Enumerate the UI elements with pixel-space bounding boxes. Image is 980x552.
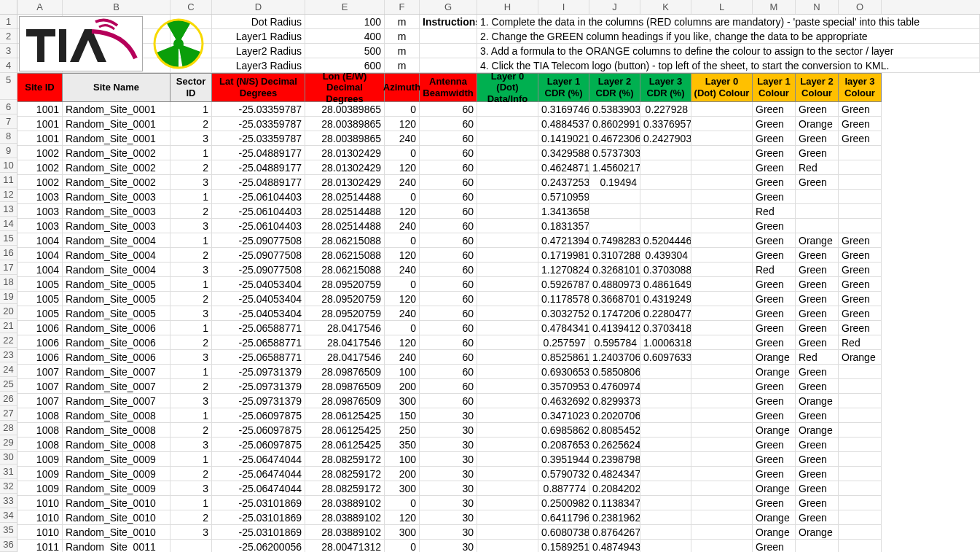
cell-1-6[interactable]: 60 [420, 117, 477, 131]
row-head-2[interactable]: 2 [0, 29, 17, 44]
cell-4-1[interactable]: Random_Site_0002 [63, 160, 170, 175]
cell-8-8[interactable]: 0.1831357 [538, 219, 589, 233]
cell-26-4[interactable]: 28.08259172 [305, 481, 385, 496]
cell-5-14[interactable] [839, 175, 882, 190]
cell-29-10[interactable] [640, 525, 691, 540]
cell-15-13[interactable]: Green [796, 321, 839, 335]
cell-5-12[interactable]: Green [753, 175, 796, 190]
cell-10-5[interactable]: 120 [385, 248, 420, 263]
cell-23-11[interactable] [691, 438, 753, 452]
cell-10-14[interactable]: Green [839, 248, 882, 263]
col-head-L[interactable]: L [691, 0, 753, 14]
row-head-15[interactable]: 15 [0, 231, 17, 246]
cell-15-1[interactable]: Random_Site_0006 [63, 321, 170, 335]
cell-23-1[interactable]: Random_Site_0008 [63, 438, 170, 452]
cell-18-13[interactable]: Green [796, 365, 839, 379]
row-head-10[interactable]: 10 [0, 158, 17, 173]
cell-0-0[interactable]: 1001 [17, 102, 63, 117]
cell-30-4[interactable]: 28.00471312 [305, 540, 385, 552]
cell-0-5[interactable]: 0 [385, 102, 420, 117]
cell-13-11[interactable] [691, 292, 753, 306]
cell-24-12[interactable]: Green [753, 452, 796, 467]
cell-26-3[interactable]: -25.06474044 [212, 481, 305, 496]
cell-1-12[interactable]: Green [753, 117, 796, 131]
cell-25-1[interactable]: Random_Site_0009 [63, 467, 170, 481]
instructions-head[interactable]: Instructions: [420, 15, 477, 29]
cell-0-7[interactable] [477, 102, 538, 117]
cell-24-6[interactable]: 30 [420, 452, 477, 467]
cell-16-9[interactable]: 0.595784 [589, 335, 640, 350]
cell-8-3[interactable]: -25.06104403 [212, 219, 305, 233]
cell-27-5[interactable]: 0 [385, 496, 420, 510]
cell-17-13[interactable]: Red [796, 350, 839, 365]
cell-28-10[interactable] [640, 510, 691, 525]
cell-26-1[interactable]: Random_Site_0009 [63, 481, 170, 496]
header-12[interactable]: Layer 1 Colour [753, 73, 796, 102]
cell-0-3[interactable]: -25.03359787 [212, 102, 305, 117]
header-11[interactable]: Layer 0 (Dot) Colour [691, 73, 753, 102]
cell-7-10[interactable] [640, 204, 691, 219]
cell-9-9[interactable]: 0.7498283 [589, 233, 640, 248]
cell-26-12[interactable]: Orange [753, 481, 796, 496]
cell-23-10[interactable] [640, 438, 691, 452]
cell-22-6[interactable]: 30 [420, 423, 477, 438]
cell-21-3[interactable]: -25.06097875 [212, 408, 305, 423]
grid-area[interactable]: Dot Radius 100 m Instructions: 1. Comple… [17, 15, 980, 552]
cell-26-14[interactable] [839, 481, 882, 496]
cell-3-7[interactable] [477, 146, 538, 160]
cell-20-12[interactable]: Green [753, 394, 796, 408]
cell-3-9[interactable]: 0.5737303 [589, 146, 640, 160]
cell-10-4[interactable]: 28.06215088 [305, 248, 385, 263]
cell-21-4[interactable]: 28.06125425 [305, 408, 385, 423]
cell-18-10[interactable] [640, 365, 691, 379]
header-3[interactable]: Lat (N/S) Decimal Degrees [212, 73, 305, 102]
cell-30-11[interactable] [691, 540, 753, 552]
cell-21-6[interactable]: 30 [420, 408, 477, 423]
cell-1-9[interactable]: 0.8602991 [589, 117, 640, 131]
cell-24-14[interactable] [839, 452, 882, 467]
col-head-A[interactable]: A [17, 0, 63, 14]
cell-18-5[interactable]: 100 [385, 365, 420, 379]
row-head-22[interactable]: 22 [0, 333, 17, 348]
cell-25-11[interactable] [691, 467, 753, 481]
cell-23-5[interactable]: 350 [385, 438, 420, 452]
cell-9-7[interactable] [477, 233, 538, 248]
cell-23-7[interactable] [477, 438, 538, 452]
cell-9-13[interactable]: Orange [796, 233, 839, 248]
cell-15-8[interactable]: 0.4784341 [538, 321, 589, 335]
cell-27-8[interactable]: 0.2500982 [538, 496, 589, 510]
cell-18-2[interactable]: 1 [170, 365, 212, 379]
cell-0-8[interactable]: 0.3169746 [538, 102, 589, 117]
row-head-29[interactable]: 29 [0, 435, 17, 450]
cell-1-7[interactable] [477, 117, 538, 131]
cell-21-11[interactable] [691, 408, 753, 423]
cell-1-0[interactable]: 1001 [17, 117, 63, 131]
cell-14-0[interactable]: 1005 [17, 306, 63, 321]
col-head-H[interactable]: H [477, 0, 538, 14]
cell-20-5[interactable]: 300 [385, 394, 420, 408]
cell-16-13[interactable]: Green [796, 335, 839, 350]
cell-12-6[interactable]: 60 [420, 277, 477, 292]
cell-26-6[interactable]: 30 [420, 481, 477, 496]
cell-11-6[interactable]: 60 [420, 263, 477, 277]
cell-25-3[interactable]: -25.06474044 [212, 467, 305, 481]
cell-18-4[interactable]: 28.09876509 [305, 365, 385, 379]
cell-8-5[interactable]: 240 [385, 219, 420, 233]
cell-6-10[interactable] [640, 190, 691, 204]
cell-21-1[interactable]: Random_Site_0008 [63, 408, 170, 423]
cell-6-12[interactable]: Green [753, 190, 796, 204]
cell-14-6[interactable]: 60 [420, 306, 477, 321]
cell-6-2[interactable]: 1 [170, 190, 212, 204]
cell-13-13[interactable]: Green [796, 292, 839, 306]
cell-14-5[interactable]: 240 [385, 306, 420, 321]
cell-25-13[interactable]: Green [796, 467, 839, 481]
cell-27-12[interactable]: Green [753, 496, 796, 510]
instructions-head[interactable] [420, 29, 477, 44]
cell-1-3[interactable]: -25.03359787 [212, 117, 305, 131]
config-label[interactable]: Layer2 Radius [212, 44, 305, 58]
instructions-head[interactable] [420, 44, 477, 58]
cell-29-1[interactable]: Random_Site_0010 [63, 525, 170, 540]
cell-12-5[interactable]: 0 [385, 277, 420, 292]
cell-16-12[interactable]: Green [753, 335, 796, 350]
cell-20-1[interactable]: Random_Site_0007 [63, 394, 170, 408]
